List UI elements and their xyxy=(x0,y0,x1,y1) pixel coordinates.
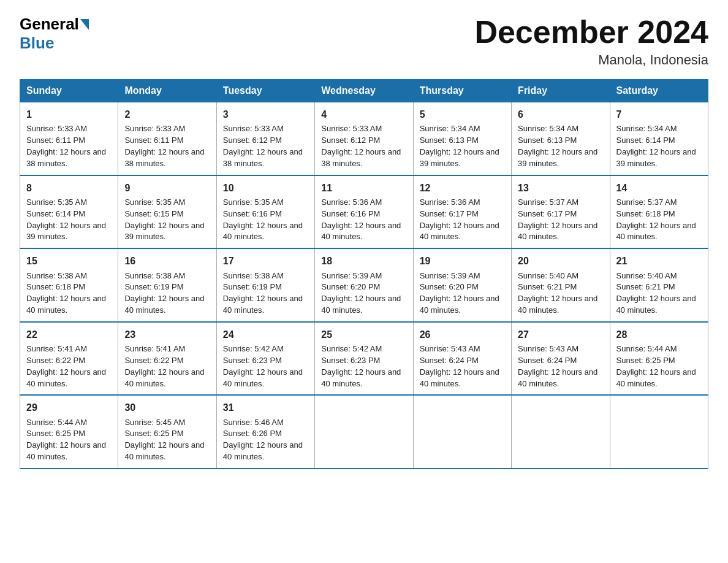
col-monday: Monday xyxy=(118,80,216,102)
sunset-label: Sunset: 6:14 PM xyxy=(616,136,675,145)
sunset-label: Sunset: 6:16 PM xyxy=(321,209,380,218)
day-number: 15 xyxy=(26,254,112,268)
daylight-label: Daylight: 12 hours and 38 minutes. xyxy=(26,147,106,168)
day-number: 13 xyxy=(518,181,603,195)
daylight-label: Daylight: 12 hours and 40 minutes. xyxy=(616,221,696,242)
calendar-table: Sunday Monday Tuesday Wednesday Thursday… xyxy=(20,79,708,469)
sunset-label: Sunset: 6:19 PM xyxy=(223,282,282,291)
calendar-week-row: 1 Sunrise: 5:33 AM Sunset: 6:11 PM Dayli… xyxy=(20,102,708,175)
daylight-label: Daylight: 12 hours and 39 minutes. xyxy=(518,147,597,168)
sunset-label: Sunset: 6:25 PM xyxy=(616,356,675,365)
day-number: 5 xyxy=(420,107,505,121)
table-row: 12 Sunrise: 5:36 AM Sunset: 6:17 PM Dayl… xyxy=(413,175,511,249)
sunrise-label: Sunrise: 5:42 AM xyxy=(223,344,284,353)
table-row: 8 Sunrise: 5:35 AM Sunset: 6:14 PM Dayli… xyxy=(20,175,118,249)
day-number: 30 xyxy=(124,400,210,415)
calendar-header-row: Sunday Monday Tuesday Wednesday Thursday… xyxy=(20,80,708,102)
table-row: 30 Sunrise: 5:45 AM Sunset: 6:25 PM Dayl… xyxy=(118,395,216,469)
table-row: 9 Sunrise: 5:35 AM Sunset: 6:15 PM Dayli… xyxy=(118,175,216,249)
sunrise-label: Sunrise: 5:33 AM xyxy=(124,124,185,133)
sunrise-label: Sunrise: 5:37 AM xyxy=(616,197,677,207)
month-title: December 2024 xyxy=(474,15,708,50)
daylight-label: Daylight: 12 hours and 39 minutes. xyxy=(26,221,106,242)
day-number: 6 xyxy=(518,107,603,121)
daylight-label: Daylight: 12 hours and 39 minutes. xyxy=(616,147,696,168)
sunset-label: Sunset: 6:17 PM xyxy=(518,209,577,218)
daylight-label: Daylight: 12 hours and 40 minutes. xyxy=(223,221,303,242)
sunrise-label: Sunrise: 5:40 AM xyxy=(518,271,578,280)
sunset-label: Sunset: 6:11 PM xyxy=(124,136,183,145)
day-number: 23 xyxy=(124,327,210,342)
daylight-label: Daylight: 12 hours and 39 minutes. xyxy=(124,221,204,242)
day-number: 16 xyxy=(124,254,210,268)
day-number: 25 xyxy=(321,327,406,342)
daylight-label: Daylight: 12 hours and 40 minutes. xyxy=(420,221,499,242)
sunrise-label: Sunrise: 5:35 AM xyxy=(124,197,185,207)
table-row: 22 Sunrise: 5:41 AM Sunset: 6:22 PM Dayl… xyxy=(20,322,118,396)
table-row: 18 Sunrise: 5:39 AM Sunset: 6:20 PM Dayl… xyxy=(315,248,413,322)
table-row: 6 Sunrise: 5:34 AM Sunset: 6:13 PM Dayli… xyxy=(512,102,610,175)
table-row: 21 Sunrise: 5:40 AM Sunset: 6:21 PM Dayl… xyxy=(610,248,708,322)
table-row: 13 Sunrise: 5:37 AM Sunset: 6:17 PM Dayl… xyxy=(512,175,610,249)
sunset-label: Sunset: 6:20 PM xyxy=(420,282,479,291)
sunset-label: Sunset: 6:12 PM xyxy=(223,136,282,145)
day-number: 12 xyxy=(420,181,505,195)
daylight-label: Daylight: 12 hours and 40 minutes. xyxy=(321,221,401,242)
table-row: 26 Sunrise: 5:43 AM Sunset: 6:24 PM Dayl… xyxy=(413,322,511,396)
day-number: 7 xyxy=(616,107,702,121)
sunrise-label: Sunrise: 5:33 AM xyxy=(321,124,382,133)
calendar-week-row: 8 Sunrise: 5:35 AM Sunset: 6:14 PM Dayli… xyxy=(20,175,708,249)
table-row: 3 Sunrise: 5:33 AM Sunset: 6:12 PM Dayli… xyxy=(216,102,314,175)
table-row: 19 Sunrise: 5:39 AM Sunset: 6:20 PM Dayl… xyxy=(413,248,511,322)
sunset-label: Sunset: 6:14 PM xyxy=(26,209,85,218)
sunset-label: Sunset: 6:24 PM xyxy=(518,356,577,365)
sunset-label: Sunset: 6:15 PM xyxy=(124,209,183,218)
day-number: 1 xyxy=(26,107,112,121)
sunset-label: Sunset: 6:13 PM xyxy=(420,136,479,145)
sunrise-label: Sunrise: 5:39 AM xyxy=(321,271,382,280)
sunset-label: Sunset: 6:23 PM xyxy=(223,356,282,365)
daylight-label: Daylight: 12 hours and 40 minutes. xyxy=(223,367,303,388)
table-row xyxy=(512,395,610,469)
table-row: 17 Sunrise: 5:38 AM Sunset: 6:19 PM Dayl… xyxy=(216,248,314,322)
sunrise-label: Sunrise: 5:44 AM xyxy=(26,418,87,427)
sunset-label: Sunset: 6:26 PM xyxy=(223,429,282,438)
daylight-label: Daylight: 12 hours and 40 minutes. xyxy=(518,367,597,388)
daylight-label: Daylight: 12 hours and 40 minutes. xyxy=(26,440,106,461)
title-block: December 2024 Manola, Indonesia xyxy=(474,15,708,68)
table-row: 11 Sunrise: 5:36 AM Sunset: 6:16 PM Dayl… xyxy=(315,175,413,249)
table-row: 28 Sunrise: 5:44 AM Sunset: 6:25 PM Dayl… xyxy=(610,322,708,396)
day-number: 14 xyxy=(616,181,702,195)
table-row: 23 Sunrise: 5:41 AM Sunset: 6:22 PM Dayl… xyxy=(118,322,216,396)
day-number: 26 xyxy=(420,327,505,342)
day-number: 17 xyxy=(223,254,308,268)
logo-arrow-icon xyxy=(80,19,89,30)
day-number: 22 xyxy=(26,327,112,342)
daylight-label: Daylight: 12 hours and 40 minutes. xyxy=(616,367,696,388)
sunset-label: Sunset: 6:22 PM xyxy=(26,356,85,365)
sunrise-label: Sunrise: 5:38 AM xyxy=(124,271,185,280)
col-friday: Friday xyxy=(512,80,610,102)
day-number: 8 xyxy=(26,181,112,195)
day-number: 9 xyxy=(124,181,210,195)
col-wednesday: Wednesday xyxy=(315,80,413,102)
sunset-label: Sunset: 6:20 PM xyxy=(321,282,380,291)
sunrise-label: Sunrise: 5:33 AM xyxy=(26,124,87,133)
table-row: 15 Sunrise: 5:38 AM Sunset: 6:18 PM Dayl… xyxy=(20,248,118,322)
sunset-label: Sunset: 6:21 PM xyxy=(616,282,675,291)
table-row xyxy=(413,395,511,469)
sunrise-label: Sunrise: 5:41 AM xyxy=(26,344,87,353)
sunrise-label: Sunrise: 5:33 AM xyxy=(223,124,284,133)
sunrise-label: Sunrise: 5:36 AM xyxy=(420,197,480,207)
sunrise-label: Sunrise: 5:40 AM xyxy=(616,271,677,280)
col-sunday: Sunday xyxy=(20,80,118,102)
day-number: 27 xyxy=(518,327,603,342)
daylight-label: Daylight: 12 hours and 40 minutes. xyxy=(26,367,106,388)
day-number: 19 xyxy=(420,254,505,268)
sunrise-label: Sunrise: 5:35 AM xyxy=(26,197,87,207)
sunset-label: Sunset: 6:22 PM xyxy=(124,356,183,365)
daylight-label: Daylight: 12 hours and 38 minutes. xyxy=(124,147,204,168)
sunset-label: Sunset: 6:13 PM xyxy=(518,136,577,145)
sunrise-label: Sunrise: 5:44 AM xyxy=(616,344,677,353)
daylight-label: Daylight: 12 hours and 40 minutes. xyxy=(124,367,204,388)
